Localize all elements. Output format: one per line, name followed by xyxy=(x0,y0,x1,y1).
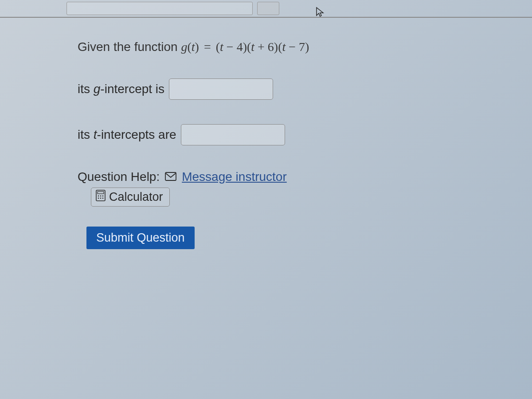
p1-op: − xyxy=(223,40,237,54)
question-content: Given the function g(t) = (t − 4)(t + 6)… xyxy=(0,18,532,249)
paren-open: ( xyxy=(187,40,191,54)
p3-n: 7 xyxy=(299,40,305,54)
svg-rect-2 xyxy=(98,192,104,194)
help-line: Question Help: Message instructor xyxy=(78,170,532,184)
t-intercepts-input[interactable] xyxy=(181,124,285,145)
prompt-prefix: Given the function xyxy=(78,40,181,54)
label-suffix: -intercepts are xyxy=(97,128,176,141)
submit-question-button[interactable]: Submit Question xyxy=(86,227,195,249)
space xyxy=(213,40,216,54)
message-instructor-link[interactable]: Message instructor xyxy=(182,170,287,184)
g-intercept-row: its g-intercept is xyxy=(78,78,532,100)
top-toolbar xyxy=(0,0,532,18)
label-prefix: its xyxy=(78,82,94,96)
label-prefix: its xyxy=(78,128,94,141)
p2-n: 6 xyxy=(268,40,274,54)
g-intercept-input[interactable] xyxy=(169,78,273,100)
p1-t: t xyxy=(220,40,223,54)
p3-close: ) xyxy=(305,40,309,54)
svg-point-3 xyxy=(98,196,99,197)
question-prompt: Given the function g(t) = (t − 4)(t + 6)… xyxy=(78,40,532,54)
svg-rect-0 xyxy=(165,172,176,180)
label-var-g: g xyxy=(94,82,101,96)
svg-point-4 xyxy=(100,196,102,197)
paren-close: ) xyxy=(195,40,202,54)
top-search-area[interactable] xyxy=(66,2,253,15)
svg-point-8 xyxy=(102,198,104,199)
label-suffix: -intercept is xyxy=(100,82,164,96)
t-intercepts-label: its t-intercepts are xyxy=(78,128,176,142)
svg-point-5 xyxy=(102,196,104,197)
p3-op: − xyxy=(286,40,299,54)
calculator-button[interactable]: Calculator xyxy=(91,188,170,207)
svg-point-6 xyxy=(98,198,99,199)
g-intercept-label: its g-intercept is xyxy=(78,82,164,96)
p2-op: + xyxy=(254,40,268,54)
p1-n: 4 xyxy=(237,40,243,54)
top-toolbar-button[interactable] xyxy=(257,2,279,15)
equals-sign: = xyxy=(202,40,213,54)
cursor-icon xyxy=(315,7,325,17)
p1-close: ) xyxy=(243,40,247,54)
p3-open: ( xyxy=(278,40,282,54)
mail-icon xyxy=(165,170,176,184)
calculator-label: Calculator xyxy=(109,190,163,204)
p1-open: ( xyxy=(216,40,220,54)
p2-t: t xyxy=(251,40,254,54)
question-help-section: Question Help: Message instructor xyxy=(78,170,532,207)
p2-open: ( xyxy=(247,40,251,54)
label-var-t: t xyxy=(94,128,97,141)
calculator-icon xyxy=(96,190,106,204)
func-t: t xyxy=(192,40,195,54)
p2-close: ) xyxy=(274,40,278,54)
svg-point-7 xyxy=(100,198,102,199)
help-label: Question Help: xyxy=(78,170,160,184)
t-intercepts-row: its t-intercepts are xyxy=(78,124,532,145)
func-g: g xyxy=(181,40,187,54)
